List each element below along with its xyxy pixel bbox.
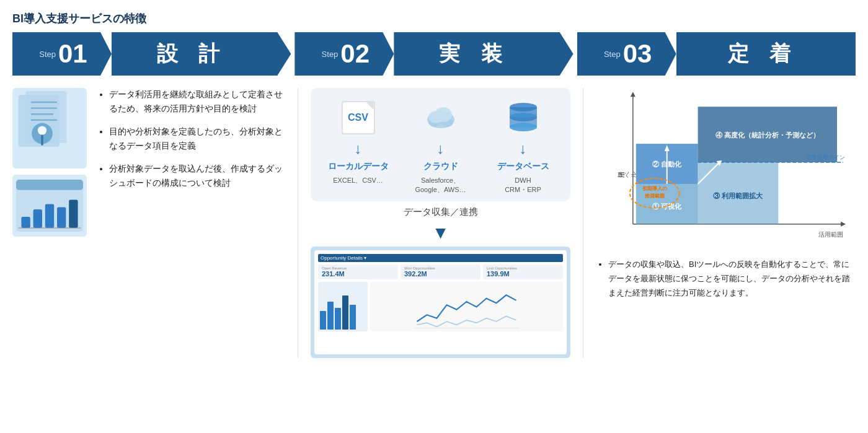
step-03-name-section: 定 着 [676, 32, 856, 76]
steps-banner: Step 01 設 計 Step 02 実 装 Step 03 定 着 [12, 32, 856, 76]
page-title: BI導入支援サービスの特徴 [12, 11, 856, 26]
step-03-block: Step 03 定 着 [577, 32, 856, 76]
svg-rect-9 [16, 180, 83, 190]
bar-4 [342, 295, 348, 330]
svg-rect-12 [45, 204, 54, 228]
step-02-number: 02 [340, 41, 370, 67]
svg-text:① 可視化: ① 可視化 [652, 203, 682, 210]
svg-rect-13 [57, 207, 66, 228]
local-arrow: ↓ [355, 140, 362, 157]
chart-image [12, 175, 87, 237]
step-03-num-section: Step 03 [577, 32, 676, 76]
dash-kpi-2: Won Opportunities 392.2M [401, 265, 480, 279]
step01-content: データ利活用を継続な取組みとして定着させるため、将来の活用方針や目的を検討 目的… [12, 88, 298, 358]
svg-text:③ 利用範囲拡大: ③ 利用範囲拡大 [713, 192, 763, 199]
step01-bullets: データ利活用を継続な取組みとして定着させるため、将来の活用方針や目的を検討 目的… [97, 88, 285, 237]
bar-1 [320, 311, 326, 330]
dash-kpi-3: Lost Opportunities 139.9M [483, 265, 563, 279]
local-sub: EXCEL、CSV… [333, 176, 383, 185]
step-01-label: Step [39, 50, 56, 59]
chart-svg [12, 176, 87, 235]
step03-bullet-1: データの収集や取込、BIツールへの反映を自動化することで、常にデータを最新状態に… [608, 258, 856, 300]
svg-rect-10 [21, 217, 30, 228]
cloud-arrow: ↓ [437, 140, 445, 157]
step-01-number: 01 [58, 41, 87, 67]
step01-images [12, 88, 87, 237]
svg-rect-14 [69, 199, 78, 228]
svg-text:活用レベル: 活用レベル [613, 171, 636, 178]
bar-5 [350, 305, 356, 330]
step01-bullet-list: データ利活用を継続な取組みとして定着させるため、将来の活用方針や目的を検討 目的… [97, 88, 285, 191]
svg-text:活用範囲: 活用範囲 [818, 231, 843, 238]
step-02-name-section: 実 装 [394, 32, 573, 76]
map-image [12, 88, 87, 168]
db-svg [505, 100, 542, 136]
map-svg [12, 88, 87, 168]
svg-text:④ 高度化（統計分析・予測など）: ④ 高度化（統計分析・予測など） [715, 131, 820, 139]
bar-2 [327, 302, 334, 330]
dashboard-mock: Opportunity Details ▾ Open Revenue 231.4… [311, 247, 570, 358]
svg-point-7 [38, 126, 46, 134]
db-sub: DWHCRM・ERP [505, 176, 541, 195]
dash-header: Opportunity Details ▾ [318, 254, 563, 262]
step-01-name-section: 設 計 [112, 32, 291, 76]
db-icon-wrap [505, 99, 542, 136]
db-name: データベース [497, 161, 549, 172]
source-database: ↓ データベース DWHCRM・ERP [489, 99, 557, 195]
cloud-svg [422, 102, 459, 133]
svg-point-20 [435, 107, 452, 122]
step-02-num-section: Step 02 [294, 32, 394, 76]
csv-icon: CSV [342, 101, 375, 134]
svg-text:初期導入の: 初期導入の [642, 185, 667, 191]
svg-rect-11 [33, 209, 42, 228]
source-local: CSV ↓ ローカルデータ EXCEL、CSV… [324, 99, 392, 185]
source-cloud: ↓ クラウド Salesforce、Google、AWS… [407, 99, 475, 195]
step03-content: 活用レベル 活用範囲 ① 可視化 ② 自動化 ③ 利用範囲拡大 ④ 高度化（統計… [583, 88, 856, 358]
step-03-label: Step [604, 50, 621, 59]
maturity-svg: 活用レベル 活用範囲 ① 可視化 ② 自動化 ③ 利用範囲拡大 ④ 高度化（統計… [596, 88, 856, 249]
svg-text:推奨範囲: 推奨範囲 [644, 193, 665, 199]
dash-kpi-1: Open Revenue 231.4M [318, 265, 398, 279]
dash-kpi-row: Open Revenue 231.4M Won Opportunities 39… [318, 265, 563, 279]
step-02-label: Step [322, 50, 339, 59]
step01-bullet-2: 目的や分析対象を定義したのち、分析対象となるデータ項目を定義 [109, 125, 285, 154]
step03-bullets: データの収集や取込、BIツールへの反映を自動化することで、常にデータを最新状態に… [596, 258, 856, 300]
line-chart-svg [370, 282, 563, 331]
collect-arrow: ▼ [311, 223, 570, 243]
step-01-num-section: Step 01 [12, 32, 112, 76]
svg-point-25 [510, 123, 537, 131]
data-sources-box: CSV ↓ ローカルデータ EXCEL、CSV… [311, 88, 570, 201]
step-01-name: 設 計 [157, 40, 227, 68]
dash-chart-area [318, 282, 563, 331]
dashboard-inner: Opportunity Details ▾ Open Revenue 231.4… [314, 250, 567, 354]
svg-marker-30 [841, 222, 846, 227]
step-03-number: 03 [623, 41, 652, 67]
cloud-sub: Salesforce、Google、AWS… [415, 176, 466, 195]
cloud-icon-wrap [422, 99, 459, 136]
step-01-block: Step 01 設 計 [12, 32, 291, 76]
dash-line-chart [370, 282, 563, 331]
local-name: ローカルデータ [328, 161, 389, 172]
csv-icon-wrap: CSV [340, 99, 377, 136]
step02-content: CSV ↓ ローカルデータ EXCEL、CSV… [298, 88, 583, 358]
db-arrow: ↓ [520, 140, 527, 157]
step03-bullet-list: データの収集や取込、BIツールへの反映を自動化することで、常にデータを最新状態に… [596, 258, 856, 300]
main-content: データ利活用を継続な取組みとして定着させるため、将来の活用方針や目的を検討 目的… [12, 88, 856, 358]
cloud-name: クラウド [423, 161, 458, 172]
step-02-name: 実 装 [439, 40, 509, 68]
svg-marker-29 [631, 92, 636, 97]
csv-text: CSV [348, 113, 368, 123]
collect-label: データ収集／連携 [311, 206, 570, 218]
csv-corner [366, 102, 374, 110]
dash-bar-chart [318, 282, 368, 331]
maturity-chart: 活用レベル 活用範囲 ① 可視化 ② 自動化 ③ 利用範囲拡大 ④ 高度化（統計… [596, 88, 856, 249]
step01-bullet-1: データ利活用を継続な取組みとして定着させるため、将来の活用方針や目的を検討 [109, 88, 285, 116]
step-03-name: 定 着 [728, 40, 798, 68]
step-02-block: Step 02 実 装 [294, 32, 573, 76]
main-container: BI導入支援サービスの特徴 Step 01 設 計 Step 02 実 装 [0, 0, 868, 364]
svg-text:定常活用ライン: 定常活用ライン [806, 154, 845, 160]
step01-bullet-3: 分析対象データを取込んだ後、作成するダッシュボードの構成について検討 [109, 162, 285, 191]
bar-3 [335, 308, 341, 330]
